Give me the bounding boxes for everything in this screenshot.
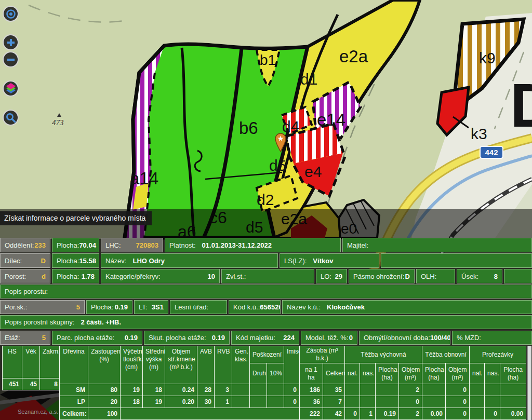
field-label: Plocha: <box>91 303 113 311</box>
cell: 0 <box>345 408 360 420</box>
total-label: Celkem: <box>60 408 88 420</box>
field-pasmo: Pásmo ohrožení:D <box>349 269 415 283</box>
field-label: Porost: <box>5 273 26 280</box>
plus-icon <box>5 37 17 48</box>
cell: 42 <box>323 408 345 420</box>
field-oddeleni: Oddělení:233 <box>0 238 50 252</box>
field-label: Kód k.ú.: <box>233 303 260 311</box>
cell: 35 <box>323 384 345 396</box>
locate-button[interactable] <box>3 6 19 22</box>
field-lo: LO:29 <box>316 269 347 283</box>
layers-button[interactable] <box>3 80 19 97</box>
field-por-sk: Por.sk.:5 <box>0 300 85 314</box>
field-porost-plocha: Plocha:1.78 <box>52 269 99 283</box>
field-value: 70.04 <box>79 241 96 249</box>
field-value: 8 <box>494 273 498 280</box>
cell: 222 <box>300 408 323 420</box>
field-popis-porostu: Popis porostu: <box>0 284 532 299</box>
nal-header: nal. <box>470 363 485 384</box>
parcel-label-b6: b6 <box>239 118 258 138</box>
cell <box>422 396 446 408</box>
parcel-label-b1: b1 <box>260 52 276 68</box>
search-button[interactable] <box>3 110 19 126</box>
cell <box>345 396 360 408</box>
field-popis-skupiny: Popis porostní skupiny:2 části. +HB. <box>0 315 532 329</box>
field-label: Parc. plocha etáže: <box>57 334 114 342</box>
field-usek: Úsek:8 <box>457 269 502 283</box>
parcel-label-e14: e14 <box>317 110 345 129</box>
cell <box>422 384 446 396</box>
cell <box>232 384 250 396</box>
rvb-header: RVB <box>215 346 232 384</box>
cell: 0 <box>485 408 500 420</box>
field-zvl-st: Zvl.st.: <box>221 269 314 283</box>
app-window: { "map": { "labels": { "b1":"b1","d1":"d… <box>0 0 532 420</box>
cell <box>250 384 267 396</box>
objem-m3-header: Objem (m³) <box>399 363 422 384</box>
field-empty <box>504 269 532 283</box>
field-value: 0 <box>349 334 353 342</box>
search-icon <box>5 112 17 124</box>
cell: 2 <box>399 384 422 396</box>
cell-zakm: 8 <box>40 378 61 390</box>
parcel-label-k3: k3 <box>471 125 487 142</box>
panel-scrollbar[interactable] <box>527 346 531 420</box>
field-label: Por.sk.: <box>5 303 27 311</box>
cell: 36 <box>300 396 323 408</box>
stredni-header: Střední výška (m) <box>143 346 165 384</box>
zoom-in-button[interactable] <box>3 34 19 50</box>
field-value: 224 <box>283 334 295 342</box>
cell: 0 <box>284 396 300 408</box>
table-row: 451 45 8 <box>3 378 61 390</box>
cell: 30 <box>197 396 215 408</box>
field-label: Lesní úřad: <box>175 303 208 311</box>
field-por-sk-plocha: Plocha:0.19 <box>86 300 132 314</box>
field-skut-plocha-etaze: Skut. plocha etáže:0.19 <box>144 331 230 345</box>
field-value: d <box>42 273 46 280</box>
field-value: 0.19 <box>212 334 225 342</box>
cell: 0 <box>284 384 300 396</box>
field-etaz: Etáž:5 <box>0 331 50 345</box>
field-value: 656526 <box>260 303 281 311</box>
zoom-out-button[interactable] <box>3 51 19 67</box>
district-letter: D <box>510 71 532 140</box>
vycetni-header: Výčetní tloušťka (cm) <box>121 346 143 384</box>
field-label: Pásmo ohrožení: <box>353 273 404 280</box>
field-value: 0.19 <box>125 334 138 342</box>
zakm-header: Zakm. <box>40 346 61 378</box>
cell: 186 <box>300 384 323 396</box>
cell: 0.24 <box>165 384 197 396</box>
cell <box>485 396 500 408</box>
info-tool-message: Získat informace o parcele vybraného mís… <box>0 211 152 225</box>
cell <box>500 384 526 396</box>
field-label: LT: <box>139 303 147 311</box>
field-label: Kód majetku: <box>236 334 275 342</box>
field-label: Popis porostní skupiny: <box>5 318 74 326</box>
field-label: Obmýtí/obnovní doba: <box>364 334 430 342</box>
field-label: Model. těž. %: <box>305 334 348 342</box>
cell <box>376 384 399 396</box>
cell <box>376 396 399 408</box>
cell <box>267 384 284 396</box>
field-value: 5 <box>42 334 46 342</box>
objem-kmene-header: Objem stř.kmene (m³ b.k.) <box>165 346 197 384</box>
parcel-label-a14: a14 <box>130 169 158 188</box>
parcel-label-d1: d1 <box>300 71 317 88</box>
zastoupeni-header: Zastoupení (%) <box>88 346 121 384</box>
gen-klas-header: Gen. klas. <box>232 346 250 384</box>
cell: 0.19 <box>376 408 399 420</box>
field-lt: LT:3S1 <box>134 300 168 314</box>
elevation-label: 473 <box>52 118 64 127</box>
vek-header: Věk <box>22 346 40 378</box>
cell: 18 <box>143 384 165 396</box>
map-attribution: Seznam.cz, a.s. <box>18 409 58 415</box>
imise-header: Imise <box>284 346 300 384</box>
cell: 0 <box>446 408 470 420</box>
stand-table: Dřevina Zastoupení (%) Výčetní tloušťka … <box>59 346 526 420</box>
cell: 0 <box>446 396 470 408</box>
field-parc-plocha-etaze: Parc. plocha etáže:0.19 <box>52 331 142 345</box>
parcel-label-e2a-top: e2a <box>339 47 368 66</box>
field-ls-lz: LS(LZ):Vítkov <box>280 253 379 268</box>
layers-icon <box>5 83 17 95</box>
cell-empty <box>121 408 300 420</box>
